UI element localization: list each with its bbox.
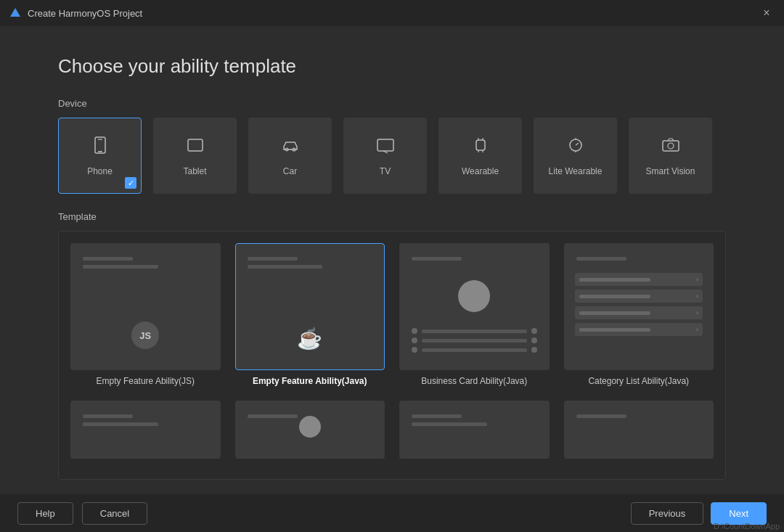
template-grid: JS Empty Feature Ability(JS) ☕ — [70, 243, 714, 459]
template-name-category-list: Category List Ability(Java) — [588, 376, 689, 386]
cat-item-arrow: › — [696, 292, 698, 300]
template-card-category-list[interactable]: › › › — [564, 243, 714, 386]
mock-lines-js — [83, 257, 208, 273]
svg-rect-4 — [188, 139, 203, 151]
card-dot — [531, 328, 537, 334]
cat-item-arrow: › — [696, 309, 698, 316]
device-card-wearable[interactable]: Wearable — [438, 118, 522, 194]
cat-item-text — [579, 295, 651, 298]
device-wearable-label: Wearable — [462, 166, 499, 176]
device-smart-vision-label: Smart Vision — [646, 166, 695, 176]
device-card-car[interactable]: Car — [248, 118, 332, 194]
svg-rect-7 — [377, 139, 393, 151]
phone-icon — [90, 135, 110, 160]
svg-rect-18 — [663, 141, 679, 151]
cat-item: › — [575, 273, 703, 286]
template-card-6[interactable] — [235, 401, 385, 459]
template-preview-empty-js: JS — [70, 243, 221, 370]
mock-lines-8 — [576, 414, 702, 422]
device-lite-wearable-label: Lite Wearable — [549, 166, 603, 176]
template-section: Template JS Empty Feature Ability(JS) — [58, 211, 726, 480]
card-dot — [412, 328, 417, 334]
svg-marker-0 — [10, 8, 20, 17]
template-preview-7 — [399, 401, 550, 459]
dialog: Create HarmonyOS Project × Choose your a… — [0, 0, 784, 532]
footer: Help Cancel Previous Next — [0, 494, 784, 532]
mock-line — [412, 414, 462, 418]
mock-line — [248, 257, 298, 261]
close-button[interactable]: × — [758, 4, 775, 22]
mock-line — [248, 414, 298, 418]
cat-item-arrow: › — [696, 326, 698, 333]
title-bar: Create HarmonyOS Project × — [0, 0, 784, 26]
card-dash — [422, 330, 527, 333]
template-preview-business-card — [399, 243, 550, 370]
device-card-tablet[interactable]: Tablet — [153, 118, 237, 194]
java-badge: ☕ — [297, 327, 322, 351]
footer-left: Help Cancel — [17, 502, 147, 525]
tablet-icon — [185, 135, 205, 160]
wearable-icon — [470, 135, 491, 160]
template-preview-8 — [564, 401, 714, 459]
car-icon — [280, 135, 301, 160]
lite-wearable-icon — [565, 135, 586, 160]
mock-line — [83, 422, 158, 426]
device-card-lite-wearable[interactable]: Lite Wearable — [534, 118, 617, 194]
template-name-empty-js: Empty Feature Ability(JS) — [97, 376, 195, 386]
js-badge: JS — [131, 322, 159, 349]
mock-lines-5 — [83, 414, 208, 430]
cancel-button[interactable]: Cancel — [82, 502, 147, 525]
card-dash — [422, 339, 527, 343]
svg-rect-9 — [476, 140, 485, 150]
template-card-empty-java[interactable]: ☕ Empty Feature Ability(Java) — [235, 243, 385, 386]
template-card-7[interactable] — [399, 401, 550, 459]
template-preview-category-list: › › › — [564, 243, 714, 370]
template-card-business-card[interactable]: Business Card Ability(Java) — [399, 243, 550, 386]
device-tv-label: TV — [380, 166, 391, 176]
device-card-smart-vision[interactable]: Smart Vision — [629, 118, 712, 194]
card-row — [412, 337, 537, 343]
card-dash — [422, 348, 527, 352]
app-icon — [9, 7, 22, 20]
mock-line — [83, 257, 133, 261]
template-grid-wrapper[interactable]: JS Empty Feature Ability(JS) ☕ — [58, 231, 726, 480]
taskbar-hint: D:\CountDownApp — [709, 520, 784, 532]
page-title: Choose your ability template — [58, 55, 726, 78]
device-card-tv[interactable]: TV — [343, 118, 427, 194]
mock-lines-card-top — [412, 257, 537, 265]
template-preview-5 — [70, 401, 221, 459]
mock-line — [576, 257, 626, 261]
device-card-phone[interactable]: Phone ✓ — [58, 118, 142, 194]
template-preview-empty-java: ☕ — [235, 243, 385, 370]
template-card-empty-js[interactable]: JS Empty Feature Ability(JS) — [70, 243, 221, 386]
mock-line — [576, 414, 626, 418]
mock-line — [412, 257, 462, 261]
smart-vision-icon — [661, 135, 681, 160]
template-card-5[interactable] — [70, 401, 221, 459]
card-dot — [531, 347, 537, 353]
device-row: Phone ✓ Tablet — [58, 118, 726, 194]
mock-line — [83, 265, 158, 269]
svg-point-19 — [668, 143, 674, 149]
avatar-circle — [458, 280, 490, 312]
cat-item: › — [575, 323, 703, 336]
cat-item-text — [579, 328, 651, 332]
mock-lines-java — [248, 257, 373, 273]
device-phone-check: ✓ — [125, 177, 136, 189]
template-section-label: Template — [58, 211, 726, 222]
help-button[interactable]: Help — [17, 502, 73, 525]
tv-icon — [375, 135, 396, 160]
mock-lines-7 — [412, 414, 537, 430]
previous-button[interactable]: Previous — [631, 502, 704, 525]
cat-item: › — [575, 306, 703, 319]
card-dot — [412, 347, 417, 353]
template-card-8[interactable] — [564, 401, 714, 459]
mock-lines-6 — [248, 414, 373, 422]
device-section-label: Device — [58, 98, 726, 109]
title-bar-title: Create HarmonyOS Project — [28, 8, 758, 19]
mock-lines-cat-top — [576, 257, 702, 265]
card-dot — [412, 337, 417, 343]
category-items: › › › — [575, 273, 703, 340]
cat-item-text — [579, 278, 651, 282]
template-name-business-card: Business Card Ability(Java) — [421, 376, 527, 386]
